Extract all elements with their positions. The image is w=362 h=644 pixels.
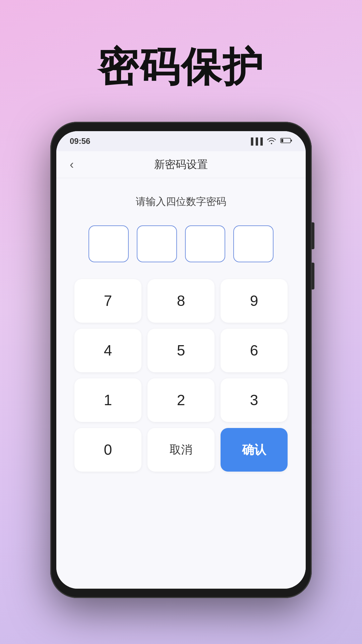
pin-box-4[interactable] [233, 225, 274, 262]
cancel-button[interactable]: 取消 [147, 428, 215, 472]
volume-down [312, 263, 314, 289]
instruction-text: 请输入四位数字密码 [136, 195, 226, 209]
keypad-row-4: 0 取消 确认 [66, 428, 296, 472]
status-icons: ▐▐▐ [248, 137, 292, 146]
key-4[interactable]: 4 [74, 329, 141, 372]
key-7[interactable]: 7 [74, 279, 141, 323]
key-6[interactable]: 6 [221, 329, 288, 372]
volume-up [312, 222, 314, 249]
status-time: 09:56 [70, 137, 90, 146]
phone-wrapper: 09:56 ▐▐▐ [50, 122, 312, 598]
page-title: 密码保护 [98, 40, 264, 95]
signal-icon: ▐▐▐ [248, 138, 263, 145]
key-8[interactable]: 8 [147, 279, 215, 323]
pin-boxes [88, 225, 274, 262]
key-1[interactable]: 1 [74, 378, 141, 422]
back-button[interactable]: ‹ [66, 154, 77, 175]
wifi-icon [267, 137, 276, 146]
pin-box-2[interactable] [137, 225, 177, 262]
svg-rect-2 [281, 139, 283, 142]
key-9[interactable]: 9 [221, 279, 288, 323]
pin-box-1[interactable] [88, 225, 129, 262]
battery-icon [280, 137, 292, 146]
keypad-row-3: 1 2 3 [66, 378, 296, 422]
key-5[interactable]: 5 [147, 329, 215, 372]
key-0[interactable]: 0 [74, 428, 141, 472]
svg-rect-1 [291, 140, 292, 142]
keypad: 7 8 9 4 5 6 1 2 3 0 取消 确认 [66, 279, 296, 472]
nav-title: 新密码设置 [154, 157, 208, 172]
confirm-button[interactable]: 确认 [221, 428, 288, 472]
key-2[interactable]: 2 [147, 378, 215, 422]
keypad-row-2: 4 5 6 [66, 329, 296, 372]
screen-content: 请输入四位数字密码 7 8 9 4 5 6 [56, 178, 306, 589]
status-bar: 09:56 ▐▐▐ [56, 131, 306, 151]
pin-box-3[interactable] [185, 225, 225, 262]
nav-bar: ‹ 新密码设置 [56, 151, 306, 178]
key-3[interactable]: 3 [221, 378, 288, 422]
keypad-row-1: 7 8 9 [66, 279, 296, 323]
phone-screen: 09:56 ▐▐▐ [56, 131, 306, 589]
